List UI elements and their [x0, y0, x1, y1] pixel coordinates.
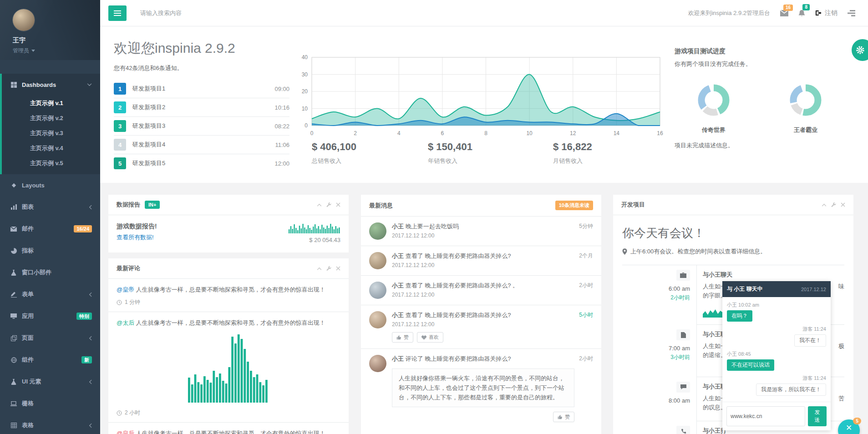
file-icon [676, 329, 690, 340]
sidebar-item-pages[interactable]: 页面 [0, 327, 100, 349]
sales-area-chart: 0246810121416010203040 [291, 53, 669, 141]
briefcase-icon [676, 270, 690, 281]
sidebar-item-grid[interactable]: 栅格 [0, 393, 100, 414]
table-icon [10, 423, 17, 428]
chat-header[interactable]: 与 小王 聊天中 2017.12.12 [722, 281, 831, 297]
sidebar-item-widgets[interactable]: 窗口小部件 [0, 262, 100, 283]
sidebar-toggle-button[interactable] [108, 5, 127, 21]
sidebar-item-components[interactable]: 组件 新 [0, 349, 100, 371]
progress-subtitle: 你有两个项目没有完成任务。 [675, 60, 866, 68]
svg-text:8: 8 [484, 130, 487, 136]
edit-icon [10, 292, 17, 298]
view-all-data-link[interactable]: 查看所有数据! [117, 233, 154, 242]
sidebar-item-forms[interactable]: 表单 [0, 283, 100, 305]
like-button[interactable]: 赞 [392, 332, 413, 343]
meeting-heading: 你今天有会议！ [622, 225, 844, 241]
sidebar-item-ui-elements[interactable]: UI 元素 [0, 371, 100, 393]
svg-text:0: 0 [305, 122, 308, 129]
love-button[interactable]: 喜欢 [417, 332, 443, 343]
clock-icon [117, 410, 122, 416]
sidebar-item-mail[interactable]: 邮件 16/24 [0, 218, 100, 240]
todo-number-badge: 3 [114, 120, 126, 132]
collapse-icon[interactable] [317, 203, 322, 207]
sidebar-subitem-v4[interactable]: 主页示例 v.4 [2, 141, 100, 156]
message-row: 小王 晚上要一起去吃饭吗 2017.12.12 12:00 5分钟 [361, 217, 601, 246]
svg-text:4: 4 [397, 130, 401, 136]
chat-message: 游客 11:24 我不在！ [727, 326, 826, 347]
unread-badge: 10条消息未读 [555, 201, 593, 210]
comment-user-link[interactable]: @太后 [117, 319, 134, 326]
sidebar-subitem-v1[interactable]: 主页示例 v.1 [2, 96, 100, 111]
sidebar-item-layouts[interactable]: Layouts [0, 174, 100, 196]
comment-user-link[interactable]: @皇后 [117, 430, 134, 434]
sidebar-item-apps[interactable]: 应用 特别 [0, 305, 100, 327]
comment-user-link[interactable]: @皇帝 [117, 286, 134, 293]
sidebar-subitem-v5[interactable]: 主页示例 v.5 [2, 156, 100, 171]
chat-messages: 小王 10:02 am 在吗？ 游客 11:24 我不在！ 小王 08:45 不… [722, 297, 831, 402]
send-button[interactable]: 发送 [808, 406, 827, 426]
svg-text:20: 20 [302, 88, 308, 95]
mail-count-badge: 16/24 [74, 225, 92, 232]
svg-text:6: 6 [441, 130, 444, 136]
comment-item: @皇帝 人生就像考古一样，总是要不断地探索和寻觅，才会有意外的惊喜出现！ [108, 279, 349, 294]
close-icon: ✕ [846, 423, 852, 433]
avatar [369, 222, 386, 240]
avatar [369, 355, 386, 372]
todo-row: 1 研发新项目1 09:00 [114, 80, 289, 98]
chat-date: 2017.12.12 [801, 287, 826, 292]
sidebar-item-tables[interactable]: 表格 [0, 414, 100, 434]
search-input[interactable] [139, 9, 278, 17]
wrench-icon[interactable] [831, 202, 836, 207]
sidebar-item-charts[interactable]: 图表 [0, 196, 100, 218]
sidebar-profile: 王宇 管理员 [0, 0, 100, 60]
sidebar-item-dashboards[interactable]: Dashboards [2, 74, 100, 96]
topbar-right: 欢迎来到inspinia 2.9.2管理后台 16 8 注销 [688, 9, 868, 17]
right-sidebar-toggle-icon[interactable] [848, 10, 855, 16]
close-icon[interactable] [336, 202, 340, 207]
components-badge: 新 [81, 356, 92, 363]
todo-number-badge: 1 [114, 83, 126, 95]
laptop-icon [10, 401, 17, 406]
comment-item: @太后 人生就像考古一样，总是要不断地探索和寻觅，才会有意外的惊喜出现！ [108, 312, 349, 403]
sidebar-item-metrics[interactable]: 指标 [0, 240, 100, 262]
todo-number-badge: 5 [114, 157, 126, 169]
like-button[interactable]: 赞 [553, 412, 574, 422]
globe-icon [10, 357, 17, 363]
sidebar-nav: Dashboards 主页示例 v.1 主页示例 v.2 主页示例 v.3 主页… [0, 74, 100, 434]
collapse-icon[interactable] [822, 203, 827, 207]
topbar: 欢迎来到inspinia 2.9.2管理后台 16 8 注销 [100, 0, 868, 26]
sidebar-subitem-v3[interactable]: 主页示例 v.3 [2, 126, 100, 141]
sidebar-subitem-v2[interactable]: 主页示例 v.2 [2, 111, 100, 126]
bell-icon[interactable]: 8 [798, 10, 805, 17]
close-icon[interactable] [841, 202, 845, 207]
chat-input[interactable] [726, 406, 805, 426]
bar-chart-icon [10, 204, 17, 210]
thumbs-up-icon [558, 414, 563, 419]
donut-chart-1: 传奇世界 [695, 82, 732, 134]
wrench-icon[interactable] [326, 202, 331, 207]
wrench-icon[interactable] [326, 266, 331, 271]
report-amount: $ 20 054.43 [289, 237, 340, 243]
todo-row: 3 研发新项目3 08:22 [114, 117, 289, 136]
progress-title: 游戏项目测试进度 [675, 47, 866, 56]
pie-chart-icon [10, 248, 17, 254]
chat-input-row: 发送 [722, 402, 831, 430]
welcome-text: 欢迎来到inspinia 2.9.2管理后台 [688, 9, 770, 17]
svg-text:30: 30 [302, 71, 308, 78]
svg-text:10: 10 [302, 106, 308, 112]
welcome-block: 欢迎您inspinia 2.9.2 您有42条消息和6条通知。 1 研发新项目1… [114, 39, 289, 172]
chevron-left-icon [89, 423, 92, 428]
user-role-dropdown[interactable]: 管理员 [13, 47, 100, 55]
latest-comments-panel: 最新评论 @皇帝 人生就像考古一样，总是要不断地探索和寻觅，才会有意外的惊喜出现… [108, 258, 349, 434]
mail-icon[interactable]: 16 [780, 10, 788, 16]
close-icon[interactable] [336, 266, 340, 271]
sidebar: 王宇 管理员 Dashboards 主页示例 v.1 [0, 0, 100, 434]
user-avatar[interactable] [13, 9, 35, 31]
logout-button[interactable]: 注销 [815, 9, 838, 17]
apps-badge: 特别 [76, 313, 92, 320]
flask-icon [10, 379, 17, 385]
copy-icon [10, 335, 17, 341]
collapse-icon[interactable] [317, 267, 322, 270]
chat-count-badge: 5 [853, 418, 861, 424]
comment-bar-chart [188, 333, 269, 403]
